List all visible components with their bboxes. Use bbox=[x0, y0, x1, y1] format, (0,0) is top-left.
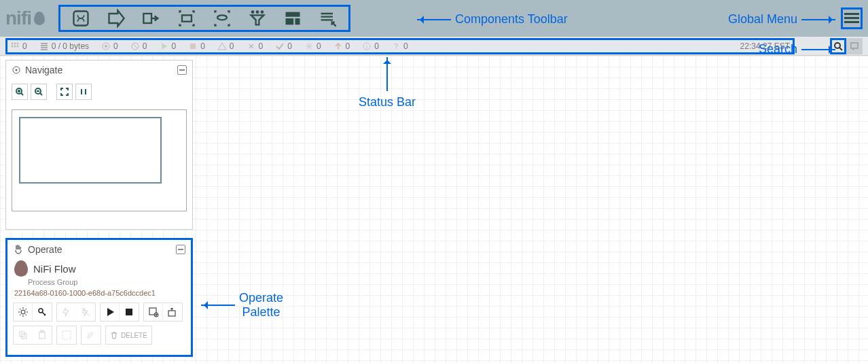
enable-button bbox=[57, 303, 76, 321]
delete-button: DELETE bbox=[105, 326, 152, 345]
global-menu-button[interactable] bbox=[841, 7, 863, 29]
check-icon bbox=[275, 41, 285, 51]
annotation-status-bar: Status Bar bbox=[359, 57, 416, 109]
color-button bbox=[82, 326, 101, 344]
zoom-in-button[interactable] bbox=[12, 84, 28, 100]
svg-rect-39 bbox=[62, 331, 71, 339]
collapse-button[interactable] bbox=[177, 65, 187, 75]
group-button bbox=[57, 326, 76, 344]
target-icon bbox=[12, 65, 21, 75]
svg-rect-24 bbox=[851, 43, 858, 48]
zoom-actual-button[interactable] bbox=[75, 84, 92, 100]
label-button[interactable] bbox=[312, 7, 344, 29]
zoom-out-button[interactable] bbox=[31, 84, 47, 100]
svg-point-11 bbox=[14, 42, 16, 44]
question-icon: ? bbox=[391, 41, 401, 51]
processor-button[interactable] bbox=[65, 7, 97, 29]
status-unknown: ?0 bbox=[391, 41, 408, 51]
configure-button[interactable] bbox=[14, 303, 33, 321]
flow-name: NiFi Flow bbox=[33, 263, 76, 275]
svg-rect-8 bbox=[286, 18, 294, 24]
warning-icon bbox=[217, 41, 227, 51]
svg-point-29 bbox=[21, 310, 25, 314]
asterisk-icon bbox=[304, 41, 314, 51]
bulletin-icon bbox=[850, 42, 858, 50]
paste-button bbox=[33, 326, 52, 344]
zoom-fit-button[interactable] bbox=[56, 84, 73, 100]
status-queue: 0 / 0 bytes bbox=[39, 41, 89, 51]
svg-rect-9 bbox=[295, 18, 300, 24]
svg-point-3 bbox=[217, 15, 227, 20]
hand-icon bbox=[13, 244, 24, 255]
hamburger-icon bbox=[844, 13, 859, 24]
collapse-button[interactable] bbox=[176, 245, 185, 254]
status-invalid: 0 bbox=[217, 41, 234, 51]
status-not-transmitting: 0 bbox=[130, 41, 147, 51]
disabled-icon bbox=[247, 41, 256, 51]
access-policies-button[interactable] bbox=[33, 303, 52, 321]
bulletin-button[interactable] bbox=[846, 38, 863, 54]
navigate-panel: Navigate bbox=[5, 60, 193, 230]
nifi-drop-icon bbox=[14, 260, 28, 277]
flow-type: Process Group bbox=[28, 278, 191, 286]
svg-point-5 bbox=[256, 10, 259, 14]
queue-icon bbox=[39, 41, 49, 51]
status-bar: 0 0 / 0 bytes 0 0 0 0 0 0 0 0 0 i0 ?0 22… bbox=[0, 37, 868, 56]
status-up-to-date: 0 bbox=[275, 41, 292, 51]
template-button[interactable] bbox=[276, 7, 309, 29]
svg-point-17 bbox=[105, 45, 107, 48]
info-icon: i bbox=[362, 41, 372, 51]
process-group-button[interactable] bbox=[170, 7, 203, 29]
annotation-components-toolbar: Components Toolbar bbox=[417, 12, 568, 27]
funnel-button[interactable] bbox=[241, 7, 274, 29]
not-transmitting-icon bbox=[130, 41, 140, 51]
svg-text:i: i bbox=[366, 44, 367, 50]
create-template-button[interactable] bbox=[144, 303, 163, 321]
input-port-button[interactable] bbox=[100, 7, 132, 29]
trash-icon bbox=[110, 331, 118, 339]
svg-point-13 bbox=[12, 45, 14, 47]
output-port-button[interactable] bbox=[135, 7, 168, 29]
svg-rect-1 bbox=[143, 14, 151, 23]
svg-rect-2 bbox=[182, 15, 192, 21]
status-transmitting: 0 bbox=[101, 41, 118, 51]
stop-icon bbox=[188, 41, 198, 51]
status-stale: 0 bbox=[333, 41, 350, 51]
svg-text:?: ? bbox=[394, 42, 398, 50]
operate-title: Operate bbox=[28, 244, 62, 255]
remote-process-group-button[interactable] bbox=[206, 7, 238, 29]
svg-rect-19 bbox=[190, 44, 196, 49]
svg-point-6 bbox=[261, 10, 264, 14]
status-sync-failure: i0 bbox=[362, 41, 379, 51]
status-locally-modified: 0 bbox=[304, 41, 321, 51]
nifi-logo: nifi bbox=[5, 7, 45, 29]
annotation-global-menu: Global Menu bbox=[728, 12, 835, 27]
disable-button bbox=[76, 303, 95, 321]
svg-point-26 bbox=[16, 69, 18, 71]
status-disabled: 0 bbox=[247, 41, 264, 51]
arrow-up-icon bbox=[333, 41, 343, 51]
start-button[interactable] bbox=[101, 303, 120, 321]
annotation-operate-palette: Operate Palette bbox=[201, 291, 283, 319]
threads-icon bbox=[10, 41, 20, 51]
components-toolbar bbox=[58, 5, 350, 32]
copy-button bbox=[14, 326, 33, 344]
status-threads: 0 bbox=[10, 41, 27, 51]
transmitting-icon bbox=[101, 41, 111, 51]
svg-point-12 bbox=[17, 42, 19, 44]
birdseye-view[interactable] bbox=[12, 109, 187, 211]
svg-rect-7 bbox=[286, 12, 300, 17]
stop-button[interactable] bbox=[120, 303, 139, 321]
play-icon bbox=[159, 41, 168, 51]
operate-palette: Operate NiFi Flow Process Group 22164a68… bbox=[5, 238, 193, 357]
status-stopped: 0 bbox=[188, 41, 205, 51]
upload-template-button[interactable] bbox=[163, 303, 182, 321]
annotation-search: Search bbox=[759, 42, 835, 56]
svg-point-14 bbox=[14, 45, 16, 47]
svg-point-15 bbox=[17, 45, 19, 47]
svg-rect-34 bbox=[168, 311, 175, 316]
status-running: 0 bbox=[159, 41, 176, 51]
navigate-title: Navigate bbox=[25, 65, 62, 75]
svg-rect-31 bbox=[126, 309, 132, 315]
flow-id: 22164a68-0160-1000-e68d-a75c6dccdec1 bbox=[7, 286, 191, 300]
